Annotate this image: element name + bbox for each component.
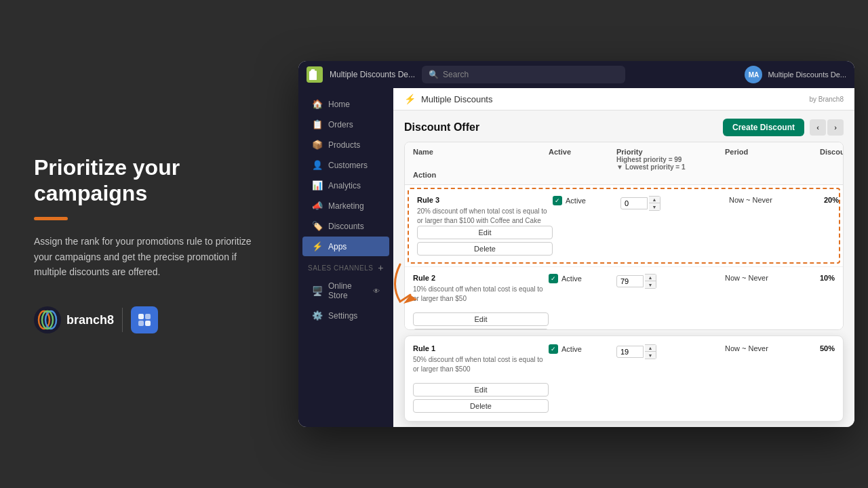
- rule1-priority-value: 19: [616, 346, 644, 358]
- breadcrumb-icon: ⚡: [404, 94, 416, 104]
- rule1-discount: 50%: [820, 344, 854, 352]
- sidebar-item-analytics[interactable]: 📊 Analytics: [302, 176, 389, 195]
- rule1-delete-button[interactable]: Delete: [413, 399, 549, 413]
- prev-arrow-button[interactable]: ‹: [810, 119, 826, 136]
- rule3-discount: 20%: [824, 196, 844, 204]
- rule1-edit-button[interactable]: Edit: [413, 383, 549, 396]
- sidebar-item-products[interactable]: 📦 Products: [302, 135, 389, 155]
- main-layout: 🏠 Home 📋 Orders 📦 Products 👤 Customers 📊…: [298, 88, 854, 427]
- rule3-actions: Edit Delete: [417, 226, 553, 256]
- th-period: Period: [725, 148, 820, 171]
- breadcrumb-label: Multiple Discounts: [421, 94, 493, 104]
- sidebar-item-settings[interactable]: ⚙️ Settings: [302, 306, 389, 325]
- sidebar-item-customers[interactable]: 👤 Customers: [302, 155, 389, 175]
- rule3-spin-down[interactable]: ▼: [649, 203, 660, 210]
- sidebar-label-apps: Apps: [328, 242, 347, 251]
- rule1-spin-down[interactable]: ▼: [645, 352, 656, 359]
- create-discount-button[interactable]: Create Discount: [723, 119, 804, 136]
- svg-rect-6: [138, 321, 144, 326]
- sidebar-item-home[interactable]: 🏠 Home: [302, 94, 389, 114]
- sidebar-item-online-store[interactable]: 🖥️ Online Store 👁: [302, 277, 389, 305]
- rule3-name-cell: Rule 3 20% discount off when total cost …: [417, 196, 553, 226]
- rule2-priority-value: 79: [616, 275, 644, 287]
- rule2-name-cell: Rule 2 10% discount off when total cost …: [413, 274, 549, 304]
- rule1-name-cell: Rule 1 50% discount off when total cost …: [413, 344, 549, 374]
- shopify-window: Multiple Discounts De... 🔍 Search MA Mul…: [298, 61, 854, 427]
- sidebar-item-orders[interactable]: 📋 Orders: [302, 115, 389, 134]
- rule3-name: Rule 3: [417, 196, 553, 204]
- svg-rect-7: [145, 321, 151, 326]
- rule1-actions: Edit Delete: [413, 383, 549, 413]
- search-bar[interactable]: 🔍 Search: [422, 66, 625, 83]
- breadcrumb-bar: ⚡ Multiple Discounts by Branch8: [393, 88, 854, 110]
- rule1-name: Rule 1: [413, 344, 549, 352]
- priority-hint-low: Lowest priority = 1: [625, 163, 686, 171]
- store-name-left: Multiple Discounts De...: [330, 70, 415, 79]
- rule2-spin-up[interactable]: ▲: [645, 274, 656, 281]
- rule3-delete-button[interactable]: Delete: [417, 242, 553, 256]
- content-area: ⚡ Multiple Discounts by Branch8 Discount…: [393, 88, 854, 427]
- rule3-spin-up[interactable]: ▲: [649, 197, 660, 203]
- discounts-icon: 🏷️: [312, 221, 323, 231]
- home-icon: 🏠: [312, 99, 323, 109]
- main-heading: Prioritize your campaigns: [34, 155, 264, 207]
- branch8-icon: [34, 306, 61, 333]
- sales-channels-section: Sales Channels +: [298, 257, 393, 276]
- online-store-icon: 🖥️: [312, 286, 323, 296]
- svg-rect-4: [138, 314, 144, 319]
- header-actions: Create Discount ‹ ›: [723, 119, 844, 136]
- marketing-icon: 📣: [312, 201, 323, 211]
- avatar: MA: [745, 66, 762, 83]
- sidebar-label-home: Home: [328, 100, 350, 109]
- rule3-edit-button[interactable]: Edit: [417, 226, 553, 239]
- rule-row-3: Rule 3 20% discount off when total cost …: [408, 188, 840, 264]
- sidebar-item-discounts[interactable]: 🏷️ Discounts: [302, 216, 389, 236]
- discount-offer-header: Discount Offer Create Discount ‹ ›: [393, 110, 854, 142]
- sidebar-label-discounts: Discounts: [328, 222, 364, 231]
- rule1-priority-spin: ▲ ▼: [645, 344, 656, 359]
- orange-divider: [34, 217, 68, 220]
- search-icon: 🔍: [429, 70, 439, 79]
- rule1-spin-up[interactable]: ▲: [645, 345, 656, 352]
- rule1-period: Now ~ Never: [725, 344, 820, 352]
- rule2-checkbox[interactable]: ✓: [549, 274, 558, 283]
- th-discount-amount: Discount Amount: [820, 148, 844, 171]
- sidebar-label-orders: Orders: [328, 120, 353, 129]
- rule-row-1: Rule 1 50% discount off when total cost …: [404, 336, 844, 422]
- rule3-active-cell: ✓ Active: [553, 196, 620, 205]
- next-arrow-button[interactable]: ›: [827, 119, 844, 136]
- add-sales-channel-btn[interactable]: +: [378, 262, 384, 273]
- branch8-text: branch8: [66, 313, 114, 327]
- sidebar: 🏠 Home 📋 Orders 📦 Products 👤 Customers 📊…: [298, 88, 393, 427]
- th-name: Name: [413, 148, 549, 171]
- rule1-desc: 50% discount off when total cost is equa…: [413, 355, 549, 374]
- rule3-priority-spin: ▲ ▼: [649, 196, 660, 211]
- rule2-period: Now ~ Never: [725, 274, 820, 282]
- rule2-discount: 10%: [820, 274, 844, 282]
- sidebar-item-marketing[interactable]: 📣 Marketing: [302, 196, 389, 216]
- customers-icon: 👤: [312, 160, 323, 170]
- th-action: Action: [413, 171, 549, 179]
- branch8-logo: branch8: [34, 306, 114, 333]
- rule2-active-cell: ✓ Active: [549, 274, 616, 283]
- rule2-edit-button[interactable]: Edit: [413, 312, 549, 326]
- rule2-priority-spin: ▲ ▼: [645, 274, 656, 289]
- logo-divider: [122, 308, 123, 332]
- th-active: Active: [549, 148, 616, 171]
- products-icon: 📦: [312, 140, 323, 150]
- discount-offer-title: Discount Offer: [404, 121, 479, 134]
- sidebar-label-analytics: Analytics: [328, 181, 361, 190]
- rule2-desc: 10% discount off when total cost is equa…: [413, 285, 549, 304]
- app-logo: [131, 306, 158, 333]
- rule2-spin-down[interactable]: ▼: [645, 281, 656, 288]
- description-text: Assign the rank for your promotions rule…: [34, 234, 264, 279]
- rule2-name: Rule 2: [413, 274, 549, 282]
- sidebar-item-apps[interactable]: ⚡ Apps: [302, 237, 389, 256]
- rule3-desc: 20% discount off when total cost is equa…: [417, 207, 553, 226]
- nav-arrows: ‹ ›: [810, 119, 844, 136]
- shopify-icon: [307, 66, 323, 83]
- rule3-checkbox[interactable]: ✓: [553, 196, 562, 205]
- topbar: Multiple Discounts De... 🔍 Search MA Mul…: [298, 61, 854, 88]
- rule2-delete-button[interactable]: Delete: [413, 329, 549, 330]
- rule1-checkbox[interactable]: ✓: [549, 344, 558, 354]
